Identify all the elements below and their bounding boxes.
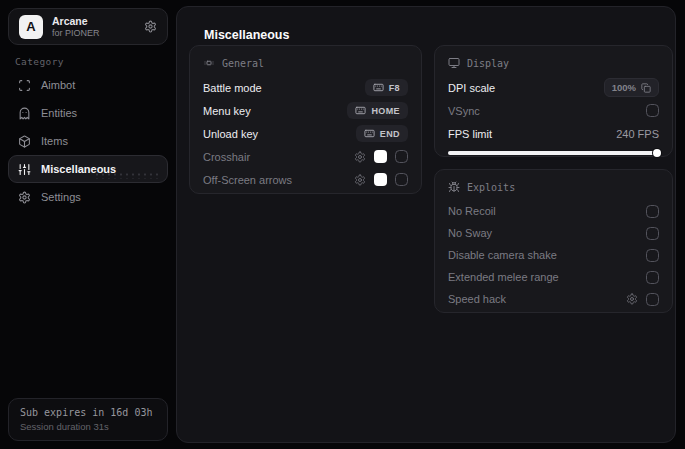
dpi-scale-label: DPI scale xyxy=(448,82,495,94)
no-sway-row: No Sway xyxy=(448,222,659,244)
session-duration-text: Session duration 31s xyxy=(20,421,156,432)
sidebar-item-miscellaneous[interactable]: Miscellaneous xyxy=(8,155,168,183)
sub-expiry-text: Sub expires in 16d 03h xyxy=(20,407,156,418)
extended-melee-range-checkbox[interactable] xyxy=(646,271,659,284)
general-card: General Battle mode F8 Menu key HOME Unl… xyxy=(189,45,422,194)
dpi-scale-row: DPI scale 100% xyxy=(448,76,659,99)
keybind-value: F8 xyxy=(389,83,400,93)
dpi-scale-select[interactable]: 100% xyxy=(604,78,659,97)
dpi-scale-value: 100% xyxy=(612,82,636,93)
app-logo-letter: A xyxy=(26,19,35,34)
display-card: Display DPI scale 100% VSync FPS limit 2… xyxy=(434,45,673,157)
disable-camera-shake-row: Disable camera shake xyxy=(448,244,659,266)
sliders-icon xyxy=(18,163,31,176)
speed-hack-label: Speed hack xyxy=(448,293,506,305)
extended-melee-range-row: Extended melee range xyxy=(448,266,659,288)
battle-mode-row: Battle mode F8 xyxy=(203,76,408,99)
offscreen-arrows-checkbox[interactable] xyxy=(395,173,408,186)
no-recoil-checkbox[interactable] xyxy=(646,205,659,218)
extended-melee-range-label: Extended melee range xyxy=(448,271,559,283)
sidebar: A Arcane for PIONER Category Aimbot Enti… xyxy=(0,0,176,449)
exploits-header-label: Exploits xyxy=(467,182,515,193)
display-card-header: Display xyxy=(448,57,659,69)
menu-key-keybind-button[interactable]: HOME xyxy=(347,102,408,119)
speed-hack-checkbox[interactable] xyxy=(646,293,659,306)
sidebar-item-label: Aimbot xyxy=(41,79,75,91)
general-header-label: General xyxy=(222,58,264,69)
offscreen-arrows-color-swatch[interactable] xyxy=(374,173,387,186)
fps-slider-fill xyxy=(448,151,659,155)
aimbot-scan-icon xyxy=(18,79,31,92)
fps-slider-knob[interactable] xyxy=(653,149,661,157)
unload-key-row: Unload key END xyxy=(203,122,408,145)
gear-icon xyxy=(18,191,31,204)
disable-camera-shake-checkbox[interactable] xyxy=(646,249,659,262)
battle-mode-label: Battle mode xyxy=(203,82,262,94)
speed-hack-controls xyxy=(626,293,659,306)
crosshair-color-swatch[interactable] xyxy=(374,150,387,163)
main-panel: Miscellaneous General Battle mode F8 Men… xyxy=(176,6,676,443)
menu-key-row: Menu key HOME xyxy=(203,99,408,122)
no-recoil-label: No Recoil xyxy=(448,205,496,217)
general-card-header: General xyxy=(203,57,408,69)
brand-card: A Arcane for PIONER xyxy=(8,8,168,45)
keybind-value: END xyxy=(380,129,400,139)
sidebar-item-label: Entities xyxy=(41,107,77,119)
bug-icon xyxy=(448,181,460,193)
sidebar-item-aimbot[interactable]: Aimbot xyxy=(8,71,168,99)
app-logo: A xyxy=(19,15,43,39)
offscreen-arrows-label: Off-Screen arrows xyxy=(203,174,292,186)
keyboard-icon xyxy=(364,128,375,139)
app-name: Arcane xyxy=(52,15,100,27)
display-header-label: Display xyxy=(467,58,509,69)
offscreen-arrows-controls xyxy=(354,173,408,186)
unload-key-label: Unload key xyxy=(203,128,258,140)
gear-icon[interactable] xyxy=(144,20,157,33)
active-item-dots-decoration xyxy=(94,172,158,179)
fps-limit-label: FPS limit xyxy=(448,128,492,140)
crosshair-controls xyxy=(354,150,408,163)
no-sway-checkbox[interactable] xyxy=(646,227,659,240)
category-label: Category xyxy=(15,56,64,67)
keyboard-icon xyxy=(373,82,384,93)
no-recoil-row: No Recoil xyxy=(448,200,659,222)
vsync-checkbox[interactable] xyxy=(646,104,659,117)
subscription-info-card: Sub expires in 16d 03h Session duration … xyxy=(8,398,168,441)
menu-key-label: Menu key xyxy=(203,105,251,117)
monitor-icon xyxy=(448,57,460,69)
fps-limit-slider[interactable] xyxy=(448,151,659,155)
offscreen-arrows-row: Off-Screen arrows xyxy=(203,168,408,191)
exploits-card: Exploits No Recoil No Sway Disable camer… xyxy=(434,169,673,313)
sidebar-item-entities[interactable]: Entities xyxy=(8,99,168,127)
vsync-row: VSync xyxy=(448,99,659,122)
sidebar-item-settings[interactable]: Settings xyxy=(8,183,168,211)
no-sway-label: No Sway xyxy=(448,227,492,239)
sidebar-item-label: Items xyxy=(41,135,68,147)
crosshair-row: Crosshair xyxy=(203,145,408,168)
disable-camera-shake-label: Disable camera shake xyxy=(448,249,557,261)
items-package-icon xyxy=(18,135,31,148)
sidebar-nav: Aimbot Entities Items Miscellaneous Sett… xyxy=(8,71,168,211)
brand-text: Arcane for PIONER xyxy=(52,15,100,38)
keyboard-icon xyxy=(355,105,366,116)
page-title: Miscellaneous xyxy=(204,28,289,42)
general-grid-icon xyxy=(203,57,215,69)
vsync-label: VSync xyxy=(448,105,480,117)
speed-hack-row: Speed hack xyxy=(448,288,659,310)
keybind-value: HOME xyxy=(371,106,400,116)
app-subtitle: for PIONER xyxy=(52,28,100,38)
gear-icon[interactable] xyxy=(626,293,638,305)
gear-icon[interactable] xyxy=(354,174,366,186)
exploits-card-header: Exploits xyxy=(448,181,659,193)
crosshair-checkbox[interactable] xyxy=(395,150,408,163)
scale-icon xyxy=(641,83,651,93)
entities-ghost-icon xyxy=(18,107,31,120)
gear-icon[interactable] xyxy=(354,151,366,163)
battle-mode-keybind-button[interactable]: F8 xyxy=(365,79,408,96)
sidebar-item-items[interactable]: Items xyxy=(8,127,168,155)
fps-limit-value: 240 FPS xyxy=(616,128,659,140)
unload-key-keybind-button[interactable]: END xyxy=(356,125,408,142)
fps-limit-row: FPS limit 240 FPS xyxy=(448,122,659,145)
crosshair-label: Crosshair xyxy=(203,151,250,163)
sidebar-item-label: Settings xyxy=(41,191,81,203)
